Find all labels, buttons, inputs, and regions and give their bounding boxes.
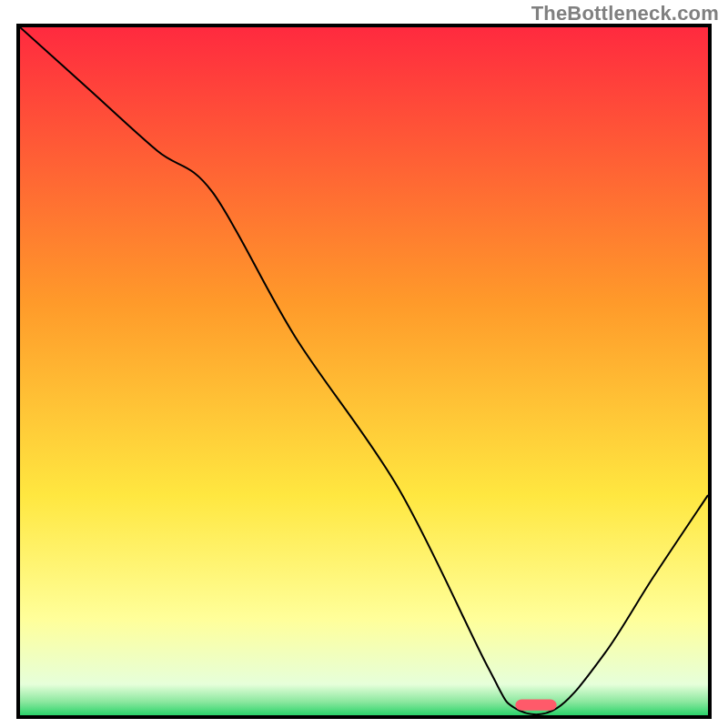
watermark-text: TheBottleneck.com — [531, 2, 719, 25]
plot-area — [16, 24, 712, 719]
bottleneck-curve — [20, 27, 708, 714]
curve-layer — [20, 27, 708, 715]
optimal-marker — [515, 700, 556, 711]
